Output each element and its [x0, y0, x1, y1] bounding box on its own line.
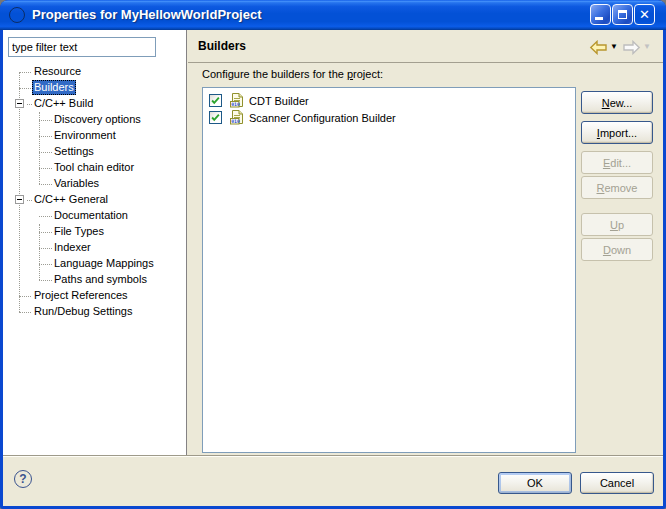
- preferences-sidebar: Resource Builders C/C++ Build Discovery …: [3, 30, 187, 455]
- builder-checkbox[interactable]: [209, 111, 222, 124]
- collapse-toggle-icon[interactable]: [15, 195, 24, 204]
- collapse-toggle-icon[interactable]: [15, 99, 24, 108]
- tree-item-variables[interactable]: Variables: [3, 176, 186, 192]
- nav-forward[interactable]: ▼: [622, 38, 651, 56]
- tree-item-label: Discovery options: [52, 112, 143, 127]
- forward-dropdown-icon[interactable]: ▼: [643, 43, 651, 51]
- import-button[interactable]: Import...: [581, 121, 653, 144]
- tree-item-label: Environment: [52, 128, 118, 143]
- builder-name: Scanner Configuration Builder: [249, 111, 396, 125]
- tree-item-builders[interactable]: Builders: [3, 80, 186, 96]
- window-icon: [9, 7, 25, 23]
- tree-item-environment[interactable]: Environment: [3, 128, 186, 144]
- tree-item-discovery-options[interactable]: Discovery options: [3, 112, 186, 128]
- svg-text:010: 010: [231, 119, 240, 124]
- minimize-icon: [595, 17, 603, 20]
- up-button[interactable]: Up: [581, 213, 653, 236]
- builders-description: Configure the builders for the project:: [202, 68, 383, 80]
- nav-back[interactable]: ▼: [589, 38, 618, 56]
- checkmark-icon: [210, 95, 221, 106]
- back-dropdown-icon[interactable]: ▼: [610, 43, 618, 51]
- tree-item-label: Language Mappings: [52, 256, 156, 271]
- tree-item-resource[interactable]: Resource: [3, 64, 186, 80]
- checkmark-icon: [210, 112, 221, 123]
- builder-checkbox[interactable]: [209, 94, 222, 107]
- new-button[interactable]: New...: [581, 91, 653, 114]
- tree-item-tool-chain-editor[interactable]: Tool chain editor: [3, 160, 186, 176]
- header-separator: [188, 62, 663, 63]
- tree-item-label: C/C++ Build: [32, 96, 95, 111]
- minimize-button[interactable]: [590, 4, 611, 25]
- svg-text:010: 010: [231, 102, 240, 107]
- tree-item-label: File Types: [52, 224, 106, 239]
- tree-item-label: Builders: [32, 80, 76, 95]
- tree-item-label: Tool chain editor: [52, 160, 136, 175]
- tree-item-label: Documentation: [52, 208, 130, 223]
- help-icon: ?: [19, 472, 26, 486]
- maximize-button[interactable]: [612, 4, 633, 25]
- cancel-button[interactable]: Cancel: [580, 472, 654, 494]
- tree-item-run-debug-settings[interactable]: Run/Debug Settings: [3, 304, 186, 320]
- builder-name: CDT Builder: [249, 94, 309, 108]
- builders-page: Builders ▼ ▼ Configure the builders for …: [188, 30, 663, 455]
- tree-item-c-c-build[interactable]: C/C++ Build: [3, 96, 186, 112]
- page-title: Builders: [198, 39, 246, 53]
- window-title: Properties for MyHellowWorldProject: [32, 7, 261, 22]
- preferences-tree: Resource Builders C/C++ Build Discovery …: [3, 30, 186, 455]
- edit-button[interactable]: Edit...: [581, 151, 653, 174]
- down-button[interactable]: Down: [581, 238, 653, 261]
- tree-item-file-types[interactable]: File Types: [3, 224, 186, 240]
- tree-item-paths-and-symbols[interactable]: Paths and symbols: [3, 272, 186, 288]
- tree-item-indexer[interactable]: Indexer: [3, 240, 186, 256]
- builder-icon: 010: [229, 92, 245, 110]
- tree-item-settings[interactable]: Settings: [3, 144, 186, 160]
- builder-icon: 010: [229, 109, 245, 127]
- back-arrow-icon: [589, 40, 608, 55]
- close-button[interactable]: ✕: [634, 4, 655, 25]
- dialog-body: Resource Builders C/C++ Build Discovery …: [3, 30, 663, 455]
- builders-list[interactable]: 010 CDT Builder 010 Scanner Configuratio…: [202, 87, 576, 453]
- forward-arrow-icon: [622, 40, 641, 55]
- tree-item-label: C/C++ General: [32, 192, 110, 207]
- properties-dialog: Properties for MyHellowWorldProject ✕ Re…: [0, 0, 666, 509]
- tree-item-label: Project References: [32, 288, 130, 303]
- help-button[interactable]: ?: [14, 470, 32, 488]
- maximize-icon: [618, 10, 627, 19]
- dialog-footer: ? OK Cancel: [3, 455, 663, 506]
- tree-item-project-references[interactable]: Project References: [3, 288, 186, 304]
- builder-row-scanner-configuration-builder[interactable]: 010 Scanner Configuration Builder: [203, 109, 575, 126]
- title-bar[interactable]: Properties for MyHellowWorldProject ✕: [0, 0, 666, 30]
- tree-item-c-c-general[interactable]: C/C++ General: [3, 192, 186, 208]
- close-icon: ✕: [639, 8, 650, 21]
- tree-item-label: Resource: [32, 64, 83, 79]
- tree-item-documentation[interactable]: Documentation: [3, 208, 186, 224]
- ok-button[interactable]: OK: [498, 472, 572, 494]
- builder-row-cdt-builder[interactable]: 010 CDT Builder: [203, 92, 575, 109]
- tree-item-language-mappings[interactable]: Language Mappings: [3, 256, 186, 272]
- tree-item-label: Indexer: [52, 240, 93, 255]
- tree-item-label: Run/Debug Settings: [32, 304, 134, 319]
- tree-item-label: Paths and symbols: [52, 272, 149, 287]
- tree-item-label: Settings: [52, 144, 96, 159]
- tree-item-label: Variables: [52, 176, 101, 191]
- remove-button[interactable]: Remove: [581, 176, 653, 199]
